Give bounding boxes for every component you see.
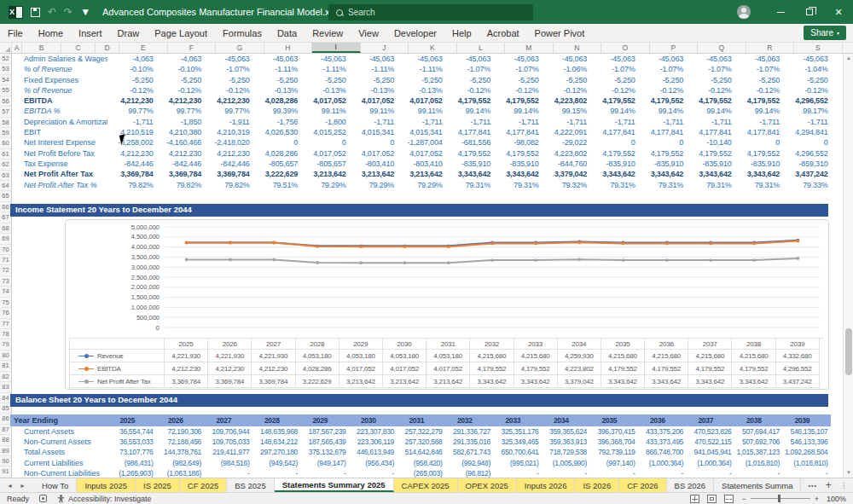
sheet-tab-cf-2026[interactable]: CF 2026 [619,478,666,492]
cell[interactable]: 187,567,239 [300,426,349,437]
data-point[interactable] [360,245,363,248]
cell[interactable]: 470,523,826 [686,426,734,437]
sheet-tab-capex-2025[interactable]: CAPEX 2025 [394,478,458,492]
data-point[interactable] [578,240,582,244]
sheet-tab-statements-summa[interactable]: Statements Summa [714,478,801,492]
cell[interactable]: 99.39% [252,106,301,116]
column-header-P[interactable]: P [650,43,699,53]
year-header-cell[interactable]: 2035 [589,414,638,426]
data-point[interactable] [229,241,232,245]
year-header-cell[interactable]: 2038 [734,414,783,426]
cell[interactable]: 291,335,016 [445,437,494,447]
row-header-65[interactable]: 65 [0,191,11,201]
zoom-slider[interactable]: − + [741,495,819,503]
cell[interactable]: 79.29% [397,180,445,190]
row-header-75[interactable]: 75 [0,298,11,308]
data-point[interactable] [752,242,756,246]
zoom-in-icon[interactable]: + [815,495,819,503]
cell[interactable]: -5,250 [589,75,638,85]
income-statement-banner[interactable]: Income Statement 20 Years to December 20… [10,204,828,217]
cell[interactable]: 0 [300,137,349,148]
row-label[interactable]: Fixed Expenses [10,75,107,85]
cell[interactable]: 0 [734,137,783,148]
cell[interactable]: -45,063 [638,54,687,64]
cell[interactable]: 4,179,552 [493,96,542,106]
cell[interactable]: -0.13% [397,85,445,96]
row-header-77[interactable]: 77 [0,319,11,329]
redo-icon[interactable]: ↷ [64,7,73,17]
cell[interactable]: 79.82% [107,180,156,190]
cell[interactable]: 79.33% [782,180,831,190]
cell[interactable]: 4,179,552 [638,96,687,106]
cell[interactable]: 3,343,642 [686,169,734,179]
data-point[interactable] [665,242,669,246]
restore-button[interactable] [795,0,824,24]
cell[interactable]: 396,368,704 [589,437,638,447]
cell[interactable]: - [493,468,542,478]
qat-customize-caret-icon[interactable]: ▼ [80,7,90,17]
year-header-cell[interactable]: 2031 [397,414,445,426]
year-header-cell[interactable]: 2028 [252,414,301,426]
data-point[interactable] [534,258,537,262]
row-label[interactable]: EBITDA [10,96,107,106]
cell[interactable]: -45,063 [589,54,638,64]
row-label[interactable]: Non-Current Assets [10,437,107,447]
cell[interactable]: (984,516) [204,458,252,468]
cell[interactable]: (958,420) [397,458,445,468]
data-point[interactable] [490,242,494,246]
row-header-70[interactable]: 70 [0,245,11,255]
save-icon[interactable] [31,8,40,17]
column-header-D[interactable]: D [96,43,119,53]
cell[interactable]: -842,446 [107,159,156,169]
sheet-tab-cf-2025[interactable]: CF 2025 [180,478,227,492]
cell[interactable]: -45,063 [300,54,349,64]
data-point[interactable] [709,242,712,246]
row-label[interactable]: % of Revenue [10,85,107,96]
zoom-out-icon[interactable]: − [741,495,746,503]
cell[interactable]: -4,063 [156,54,205,64]
data-point[interactable] [665,258,669,262]
user-avatar[interactable] [737,5,751,19]
ribbon-tab-file[interactable]: File [0,24,31,43]
cell[interactable]: (1,000,364) [638,458,687,468]
cell[interactable]: (1,016,810) [782,458,831,468]
data-point[interactable] [578,258,582,261]
cell[interactable]: -803,410 [397,159,445,169]
cell[interactable]: -0.12% [493,85,542,96]
cell[interactable]: 144,378,761 [156,447,205,457]
cell[interactable]: -45,063 [252,54,301,64]
cell[interactable]: 79.31% [686,180,734,190]
cell[interactable]: - [589,468,638,478]
cell[interactable]: -1.07% [638,64,687,74]
cell[interactable]: 4,212,230 [156,96,205,106]
row-label[interactable]: Depreciation & Amortization [10,117,107,127]
cell[interactable]: - [349,468,397,478]
row-label[interactable]: EBIT [10,127,107,137]
sheet-tab-statements-summary-2025[interactable]: Statements Summary 2025 [275,478,394,492]
cell[interactable]: 0 [782,137,831,148]
cell[interactable]: - [734,468,783,478]
cell[interactable]: -0.13% [349,85,397,96]
cell[interactable]: -835,910 [686,159,734,169]
cell[interactable]: 359,365,624 [542,426,590,437]
column-header-F[interactable]: F [168,43,217,53]
cell[interactable]: 433,375,206 [638,426,687,437]
cell[interactable]: 4,179,552 [734,148,783,159]
sheet-tab-opex-2025[interactable]: OPEX 2025 [458,478,517,492]
cell[interactable]: - [204,468,252,478]
cell[interactable]: 1,092,268,504 [782,447,831,457]
data-point[interactable] [447,261,450,264]
row-header-71[interactable]: 71 [0,255,11,265]
cell[interactable]: 4,210,319 [204,127,252,137]
cell[interactable]: 4,177,841 [638,127,687,137]
cell[interactable]: -1,711 [542,117,590,127]
cell[interactable]: 4,179,552 [445,96,494,106]
data-point[interactable] [272,241,276,245]
cell[interactable]: -0.13% [252,85,301,96]
cell[interactable]: -0.12% [156,85,205,96]
row-header-81[interactable]: 81 [0,361,11,371]
cell[interactable]: -0.10% [156,64,205,74]
cell[interactable]: -0.12% [107,85,156,96]
cell[interactable]: -805,657 [252,159,301,169]
sheet-tab-how-to[interactable]: How To [34,478,78,492]
